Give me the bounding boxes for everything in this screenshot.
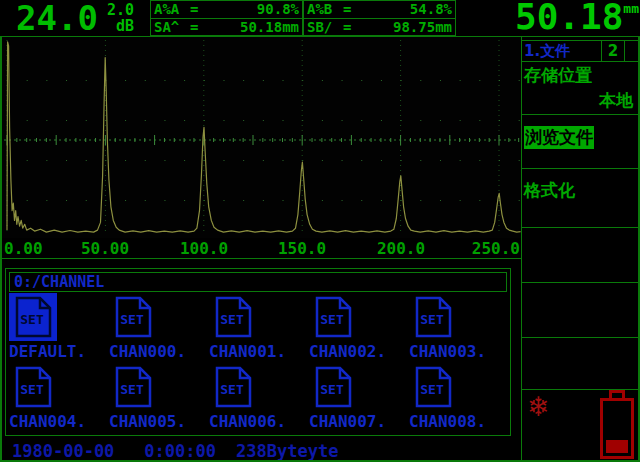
x-tick-label: 150.0 [278, 239, 326, 258]
status-bar: 1980-00-00 0:00:00 238Byteyte [2, 439, 521, 462]
file-grid: SET DEFAULT. SET [6, 292, 510, 433]
file-tile[interactable]: SET CHAN005. [109, 363, 209, 433]
file-tile-default[interactable]: SET DEFAULT. [9, 293, 109, 363]
primary-reading-value: 50.18 [515, 0, 623, 34]
settings-file-icon: SET [113, 295, 153, 339]
file-icon: SET [309, 363, 357, 411]
file-name: CHAN008. [409, 412, 509, 431]
settings-file-icon: SET [313, 295, 353, 339]
gain-unit-label: dB [116, 18, 134, 34]
file-icon: SET [409, 293, 457, 341]
menu-item-empty [522, 228, 638, 283]
x-tick-label: 250.0 [472, 239, 520, 258]
measurement-b-amplitude: A%B = 54.8% [304, 1, 455, 19]
svg-text:SET: SET [20, 312, 44, 327]
current-path: 0:/CHANNEL [9, 272, 507, 292]
measurement-box-a: A%A = 90.8% SA^ = 50.18mm [150, 0, 303, 36]
menu-page-indicator: 2 [601, 41, 625, 61]
menu-item-browse-files[interactable]: 浏览文件 [522, 115, 638, 169]
measurement-a-soundpath: SA^ = 50.18mm [151, 19, 302, 36]
menu-item-empty [522, 338, 638, 390]
file-name: CHAN000. [109, 342, 209, 361]
settings-file-icon: SET [413, 295, 453, 339]
svg-text:SET: SET [220, 382, 244, 397]
x-tick-label: 50.00 [81, 239, 129, 258]
x-axis-labels: 0.00 50.00 100.0 150.0 200.0 250.0 [2, 238, 521, 259]
file-icon: SET [9, 293, 57, 341]
primary-reading: 50.18 mm [456, 0, 640, 36]
file-icon: SET [409, 363, 457, 411]
x-tick-label: 100.0 [180, 239, 228, 258]
file-tile[interactable]: SET CHAN006. [209, 363, 309, 433]
file-name: CHAN006. [209, 412, 309, 431]
menu-header: 1.文件 2 [522, 40, 638, 62]
file-icon: SET [9, 363, 57, 411]
file-tile[interactable]: SET CHAN007. [309, 363, 409, 433]
file-tile[interactable]: SET CHAN001. [209, 293, 309, 363]
menu-item-storage-location[interactable]: 存储位置 本地 [522, 62, 638, 115]
file-icon: SET [109, 293, 157, 341]
settings-file-icon: SET [13, 295, 53, 339]
settings-file-icon: SET [13, 365, 53, 409]
status-date: 1980-00-00 [12, 441, 114, 461]
file-name: CHAN002. [309, 342, 409, 361]
x-tick-label: 200.0 [377, 239, 425, 258]
file-name: CHAN001. [209, 342, 309, 361]
x-tick-label: 0.00 [4, 239, 43, 258]
svg-text:SET: SET [420, 312, 444, 327]
primary-reading-unit: mm [623, 1, 639, 16]
menu-item-format[interactable]: 格式化 [522, 169, 638, 228]
measurement-box-b: A%B = 54.8% SB/ = 98.75mm [303, 0, 456, 36]
ascan-plot [2, 37, 521, 238]
menu-item-empty [522, 283, 638, 338]
file-name: CHAN007. [309, 412, 409, 431]
file-tile[interactable]: SET CHAN003. [409, 293, 509, 363]
measurement-b-soundpath: SB/ = 98.75mm [304, 19, 455, 36]
menu-item-label: 存储位置 [524, 64, 636, 87]
menu-item-label: 格式化 [524, 179, 575, 202]
freeze-icon: ❄ [527, 393, 550, 420]
svg-text:SET: SET [420, 382, 444, 397]
svg-text:SET: SET [120, 382, 144, 397]
settings-file-icon: SET [413, 365, 453, 409]
svg-text:SET: SET [20, 382, 44, 397]
status-time: 0:00:00 [144, 441, 216, 461]
file-tile[interactable]: SET CHAN008. [409, 363, 509, 433]
menu-item-label-highlighted: 浏览文件 [524, 126, 594, 149]
gain-block: 24.0 2.0 dB [0, 0, 150, 36]
file-tile[interactable]: SET CHAN000. [109, 293, 209, 363]
flaw-detector-screen: 24.0 2.0 dB A%A = 90.8% SA^ = 50.18mm A%… [0, 0, 640, 462]
file-name: CHAN005. [109, 412, 209, 431]
settings-file-icon: SET [213, 365, 253, 409]
settings-file-icon: SET [313, 365, 353, 409]
battery-low-icon [600, 390, 634, 459]
file-browser-panel: 0:/CHANNEL SET DEFAULT. [5, 268, 511, 436]
file-name: DEFAULT. [9, 342, 109, 361]
file-name: CHAN004. [9, 412, 109, 431]
file-tile[interactable]: SET CHAN002. [309, 293, 409, 363]
menu-title: 1.文件 [522, 41, 601, 61]
file-icon: SET [209, 293, 257, 341]
svg-text:SET: SET [220, 312, 244, 327]
svg-text:SET: SET [120, 312, 144, 327]
settings-file-icon: SET [213, 295, 253, 339]
file-name: CHAN003. [409, 342, 509, 361]
file-icon: SET [109, 363, 157, 411]
gain-step: 2.0 [107, 2, 134, 18]
svg-text:SET: SET [320, 312, 344, 327]
svg-text:SET: SET [320, 382, 344, 397]
status-memory: 238Byteyte [236, 441, 338, 461]
file-browser: 0:/CHANNEL SET DEFAULT. [2, 259, 521, 439]
menu-sidebar: 1.文件 2 存储位置 本地 浏览文件 格式化 ❄ [521, 37, 640, 462]
measurement-a-amplitude: A%A = 90.8% [151, 1, 302, 19]
menu-item-value: 本地 [524, 89, 636, 112]
file-icon: SET [309, 293, 357, 341]
file-icon: SET [209, 363, 257, 411]
file-tile[interactable]: SET CHAN004. [9, 363, 109, 433]
sidebar-status-area: ❄ [522, 390, 638, 462]
ascan-svg [2, 37, 521, 238]
gain-value: 24.0 [16, 1, 98, 35]
settings-file-icon: SET [113, 365, 153, 409]
top-bar: 24.0 2.0 dB A%A = 90.8% SA^ = 50.18mm A%… [0, 0, 640, 37]
